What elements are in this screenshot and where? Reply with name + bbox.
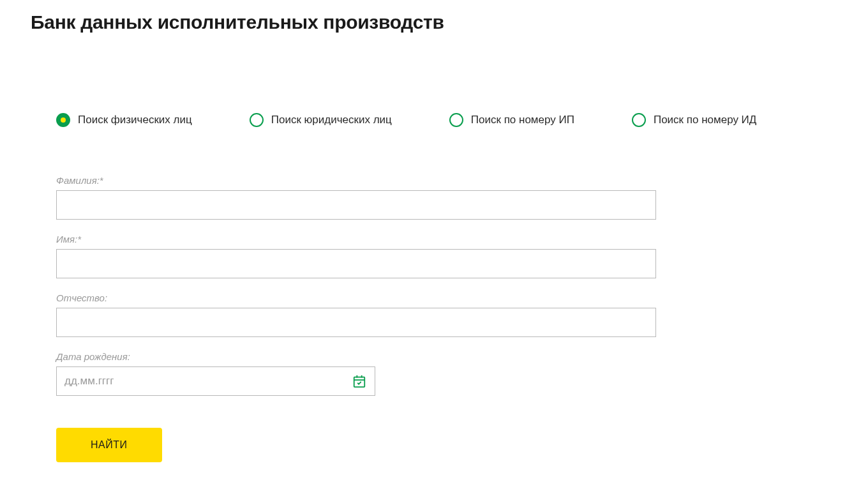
date-wrapper	[56, 366, 375, 396]
field-birthdate: Дата рождения:	[56, 351, 837, 396]
radio-label: Поиск по номеру ИП	[471, 114, 574, 126]
radio-label: Поиск физических лиц	[78, 114, 192, 126]
radio-label: Поиск юридических лиц	[271, 114, 392, 126]
birthdate-input[interactable]	[56, 366, 375, 396]
radio-legal-entities[interactable]: Поиск юридических лиц	[250, 113, 392, 127]
radio-physical-persons[interactable]: Поиск физических лиц	[56, 113, 192, 127]
radio-label: Поиск по номеру ИД	[654, 114, 756, 126]
search-type-radios: Поиск физических лиц Поиск юридических л…	[56, 113, 837, 127]
birthdate-label: Дата рождения:	[56, 351, 837, 362]
field-patronymic: Отчество:	[56, 292, 837, 337]
firstname-input[interactable]	[56, 249, 656, 278]
lastname-input[interactable]	[56, 190, 656, 220]
radio-icon	[449, 113, 463, 127]
patronymic-label: Отчество:	[56, 292, 837, 303]
field-lastname: Фамилия:*	[56, 175, 837, 220]
radio-id-number[interactable]: Поиск по номеру ИД	[632, 113, 756, 127]
field-firstname: Имя:*	[56, 234, 837, 278]
patronymic-input[interactable]	[56, 308, 656, 337]
search-form: Поиск физических лиц Поиск юридических л…	[0, 113, 868, 462]
radio-ip-number[interactable]: Поиск по номеру ИП	[449, 113, 574, 127]
form-fields: Фамилия:* Имя:* Отчество: Дата рождения:	[56, 175, 837, 462]
radio-icon	[250, 113, 264, 127]
submit-button[interactable]: НАЙТИ	[56, 428, 162, 462]
radio-icon	[632, 113, 646, 127]
firstname-label: Имя:*	[56, 234, 837, 245]
radio-icon	[56, 113, 70, 127]
lastname-label: Фамилия:*	[56, 175, 837, 186]
page-title: Банк данных исполнительных производств	[0, 0, 868, 33]
